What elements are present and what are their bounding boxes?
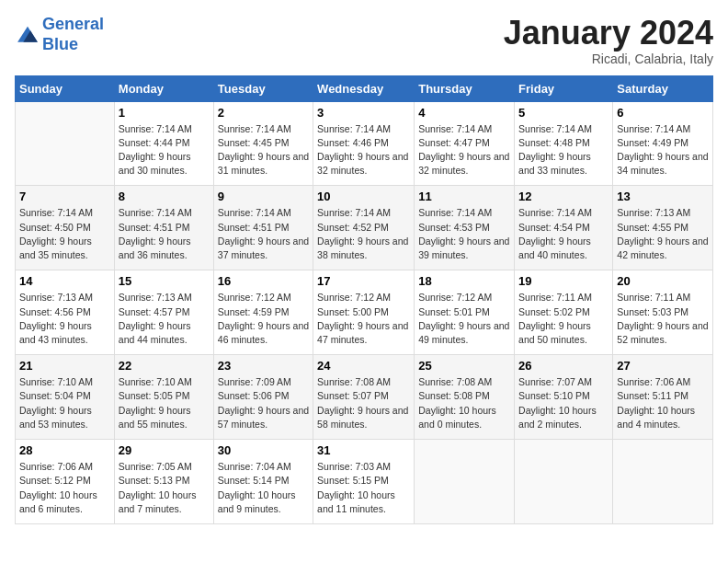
day-info: Sunrise: 7:04 AMSunset: 5:14 PMDaylight:… bbox=[218, 460, 309, 516]
day-number: 18 bbox=[418, 274, 510, 288]
calendar-cell: 25Sunrise: 7:08 AMSunset: 5:08 PMDayligh… bbox=[415, 355, 515, 440]
day-info: Sunrise: 7:14 AMSunset: 4:53 PMDaylight:… bbox=[418, 206, 510, 262]
calendar-week-row: 14Sunrise: 7:13 AMSunset: 4:56 PMDayligh… bbox=[16, 270, 713, 355]
day-number: 7 bbox=[19, 190, 110, 203]
weekday-header: Saturday bbox=[613, 75, 713, 101]
day-info: Sunrise: 7:06 AMSunset: 5:11 PMDaylight:… bbox=[617, 375, 709, 431]
day-info: Sunrise: 7:03 AMSunset: 5:15 PMDaylight:… bbox=[317, 460, 410, 516]
calendar-cell bbox=[16, 101, 115, 186]
weekday-header: Tuesday bbox=[213, 75, 313, 101]
weekday-header: Sunday bbox=[16, 75, 115, 101]
calendar-cell bbox=[515, 440, 613, 524]
day-info: Sunrise: 7:14 AMSunset: 4:48 PMDaylight:… bbox=[518, 122, 609, 178]
day-info: Sunrise: 7:09 AMSunset: 5:06 PMDaylight:… bbox=[218, 375, 309, 431]
weekday-header: Monday bbox=[114, 75, 213, 101]
day-info: Sunrise: 7:06 AMSunset: 5:12 PMDaylight:… bbox=[19, 460, 110, 516]
day-info: Sunrise: 7:14 AMSunset: 4:44 PMDaylight:… bbox=[119, 122, 210, 178]
day-info: Sunrise: 7:14 AMSunset: 4:51 PMDaylight:… bbox=[218, 206, 309, 262]
day-number: 25 bbox=[418, 359, 510, 373]
day-number: 15 bbox=[119, 274, 210, 288]
title-block: January 2024 Ricadi, Calabria, Italy bbox=[504, 15, 713, 66]
weekday-header: Wednesday bbox=[313, 75, 415, 101]
calendar-cell: 31Sunrise: 7:03 AMSunset: 5:15 PMDayligh… bbox=[313, 440, 415, 524]
day-number: 11 bbox=[418, 190, 510, 203]
calendar-table: SundayMondayTuesdayWednesdayThursdayFrid… bbox=[15, 75, 713, 524]
calendar-cell: 21Sunrise: 7:10 AMSunset: 5:04 PMDayligh… bbox=[16, 355, 115, 440]
calendar-week-row: 1Sunrise: 7:14 AMSunset: 4:44 PMDaylight… bbox=[16, 101, 713, 186]
day-number: 16 bbox=[218, 274, 309, 288]
day-info: Sunrise: 7:10 AMSunset: 5:04 PMDaylight:… bbox=[19, 375, 110, 431]
calendar-cell: 29Sunrise: 7:05 AMSunset: 5:13 PMDayligh… bbox=[114, 440, 213, 524]
calendar-cell: 20Sunrise: 7:11 AMSunset: 5:03 PMDayligh… bbox=[613, 270, 713, 355]
day-number: 31 bbox=[317, 443, 410, 457]
day-info: Sunrise: 7:11 AMSunset: 5:02 PMDaylight:… bbox=[518, 291, 609, 347]
calendar-cell: 27Sunrise: 7:06 AMSunset: 5:11 PMDayligh… bbox=[613, 355, 713, 440]
day-number: 2 bbox=[218, 106, 309, 120]
day-info: Sunrise: 7:14 AMSunset: 4:52 PMDaylight:… bbox=[317, 206, 410, 262]
calendar-cell: 6Sunrise: 7:14 AMSunset: 4:49 PMDaylight… bbox=[613, 101, 713, 186]
day-info: Sunrise: 7:05 AMSunset: 5:13 PMDaylight:… bbox=[119, 460, 210, 516]
calendar-cell: 28Sunrise: 7:06 AMSunset: 5:12 PMDayligh… bbox=[16, 440, 115, 524]
logo-line1: General bbox=[42, 15, 104, 33]
day-number: 3 bbox=[317, 106, 410, 120]
day-number: 1 bbox=[119, 106, 210, 120]
day-number: 20 bbox=[617, 274, 709, 288]
logo-icon bbox=[15, 22, 40, 48]
day-info: Sunrise: 7:14 AMSunset: 4:45 PMDaylight:… bbox=[218, 122, 309, 178]
day-info: Sunrise: 7:14 AMSunset: 4:51 PMDaylight:… bbox=[119, 206, 210, 262]
day-number: 30 bbox=[218, 443, 309, 457]
calendar-cell: 3Sunrise: 7:14 AMSunset: 4:46 PMDaylight… bbox=[313, 101, 415, 186]
calendar-cell: 19Sunrise: 7:11 AMSunset: 5:02 PMDayligh… bbox=[515, 270, 613, 355]
day-number: 23 bbox=[218, 359, 309, 373]
month-title: January 2024 bbox=[504, 15, 713, 52]
day-info: Sunrise: 7:14 AMSunset: 4:47 PMDaylight:… bbox=[418, 122, 510, 178]
day-info: Sunrise: 7:12 AMSunset: 5:00 PMDaylight:… bbox=[317, 291, 410, 347]
weekday-header: Thursday bbox=[415, 75, 515, 101]
calendar-week-row: 21Sunrise: 7:10 AMSunset: 5:04 PMDayligh… bbox=[16, 355, 713, 440]
day-info: Sunrise: 7:13 AMSunset: 4:55 PMDaylight:… bbox=[617, 206, 709, 262]
day-info: Sunrise: 7:14 AMSunset: 4:54 PMDaylight:… bbox=[518, 206, 609, 262]
day-number: 6 bbox=[617, 106, 709, 120]
day-info: Sunrise: 7:13 AMSunset: 4:57 PMDaylight:… bbox=[119, 291, 210, 347]
day-info: Sunrise: 7:14 AMSunset: 4:50 PMDaylight:… bbox=[19, 206, 110, 262]
day-number: 21 bbox=[19, 359, 110, 373]
day-number: 28 bbox=[19, 443, 110, 457]
calendar-header-row: SundayMondayTuesdayWednesdayThursdayFrid… bbox=[16, 75, 713, 101]
calendar-cell: 8Sunrise: 7:14 AMSunset: 4:51 PMDaylight… bbox=[114, 186, 213, 270]
calendar-week-row: 7Sunrise: 7:14 AMSunset: 4:50 PMDaylight… bbox=[16, 186, 713, 270]
day-number: 19 bbox=[518, 274, 609, 288]
location-subtitle: Ricadi, Calabria, Italy bbox=[504, 52, 713, 66]
day-info: Sunrise: 7:13 AMSunset: 4:56 PMDaylight:… bbox=[19, 291, 110, 347]
page-header: General Blue January 2024 Ricadi, Calabr… bbox=[15, 15, 713, 66]
calendar-cell: 14Sunrise: 7:13 AMSunset: 4:56 PMDayligh… bbox=[16, 270, 115, 355]
day-number: 22 bbox=[119, 359, 210, 373]
day-info: Sunrise: 7:14 AMSunset: 4:49 PMDaylight:… bbox=[617, 122, 709, 178]
calendar-cell: 26Sunrise: 7:07 AMSunset: 5:10 PMDayligh… bbox=[515, 355, 613, 440]
calendar-cell: 12Sunrise: 7:14 AMSunset: 4:54 PMDayligh… bbox=[515, 186, 613, 270]
day-info: Sunrise: 7:12 AMSunset: 5:01 PMDaylight:… bbox=[418, 291, 510, 347]
day-number: 29 bbox=[119, 443, 210, 457]
day-number: 5 bbox=[518, 106, 609, 120]
calendar-cell: 1Sunrise: 7:14 AMSunset: 4:44 PMDaylight… bbox=[114, 101, 213, 186]
day-info: Sunrise: 7:14 AMSunset: 4:46 PMDaylight:… bbox=[317, 122, 410, 178]
calendar-cell bbox=[415, 440, 515, 524]
day-number: 24 bbox=[317, 359, 410, 373]
calendar-cell: 18Sunrise: 7:12 AMSunset: 5:01 PMDayligh… bbox=[415, 270, 515, 355]
day-number: 27 bbox=[617, 359, 709, 373]
day-number: 8 bbox=[119, 190, 210, 203]
calendar-cell: 17Sunrise: 7:12 AMSunset: 5:00 PMDayligh… bbox=[313, 270, 415, 355]
calendar-cell: 30Sunrise: 7:04 AMSunset: 5:14 PMDayligh… bbox=[213, 440, 313, 524]
calendar-cell: 10Sunrise: 7:14 AMSunset: 4:52 PMDayligh… bbox=[313, 186, 415, 270]
day-number: 14 bbox=[19, 274, 110, 288]
logo: General Blue bbox=[15, 15, 104, 54]
day-number: 13 bbox=[617, 190, 709, 203]
day-number: 10 bbox=[317, 190, 410, 203]
calendar-cell: 15Sunrise: 7:13 AMSunset: 4:57 PMDayligh… bbox=[114, 270, 213, 355]
logo-line2: Blue bbox=[42, 35, 78, 53]
day-number: 17 bbox=[317, 274, 410, 288]
calendar-cell: 13Sunrise: 7:13 AMSunset: 4:55 PMDayligh… bbox=[613, 186, 713, 270]
calendar-cell bbox=[613, 440, 713, 524]
calendar-cell: 11Sunrise: 7:14 AMSunset: 4:53 PMDayligh… bbox=[415, 186, 515, 270]
calendar-cell: 16Sunrise: 7:12 AMSunset: 4:59 PMDayligh… bbox=[213, 270, 313, 355]
calendar-week-row: 28Sunrise: 7:06 AMSunset: 5:12 PMDayligh… bbox=[16, 440, 713, 524]
